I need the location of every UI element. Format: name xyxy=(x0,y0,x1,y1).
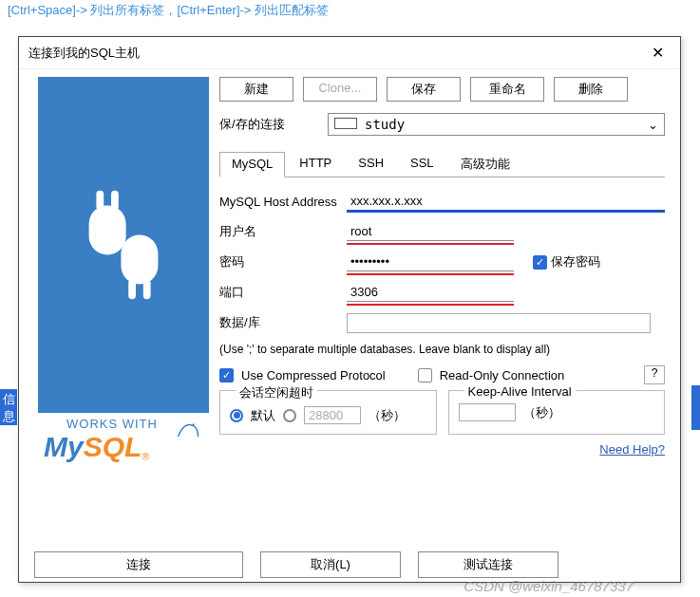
chevron-down-icon: ⌄ xyxy=(648,118,658,132)
keepalive-legend: Keep-Alive Interval xyxy=(464,384,576,399)
compressed-label: Use Compressed Protocol xyxy=(241,368,386,382)
test-connection-button[interactable]: 测试连接 xyxy=(418,551,558,578)
database-label: 数据/库 xyxy=(219,314,347,331)
idle-seconds-label: （秒） xyxy=(369,407,406,424)
need-help-link[interactable]: Need Help? xyxy=(219,442,665,457)
svg-rect-4 xyxy=(128,279,136,299)
save-password-checkbox[interactable]: ✓ xyxy=(533,255,547,270)
tab-ssh[interactable]: SSH xyxy=(346,151,396,177)
idle-timeout-legend: 会话空闲超时 xyxy=(236,384,317,401)
idle-default-radio[interactable] xyxy=(230,409,243,422)
help-button[interactable]: ? xyxy=(644,365,665,384)
clone-button: Clone... xyxy=(303,77,377,102)
info-panel-tab[interactable]: 信息 xyxy=(0,389,17,425)
tab-mysql[interactable]: MySQL xyxy=(219,152,285,177)
main-panel: 新建 Clone... 保存 重命名 删除 保/存的连接 study ⌄ MyS… xyxy=(208,69,680,542)
tab-ssl[interactable]: SSL xyxy=(398,151,446,177)
close-button[interactable]: ✕ xyxy=(644,40,671,66)
right-panel-edge xyxy=(691,385,700,430)
host-input[interactable] xyxy=(347,192,514,211)
tab-advanced[interactable]: 高级功能 xyxy=(448,151,522,177)
mysql-logo: WORKS WITH MySQL® xyxy=(38,413,209,494)
password-input[interactable] xyxy=(347,252,514,271)
database-input[interactable] xyxy=(347,313,651,333)
rename-button[interactable]: 重命名 xyxy=(470,77,544,102)
save-password-label: 保存密码 xyxy=(551,253,600,271)
tabs: MySQL HTTP SSH SSL 高级功能 xyxy=(219,151,665,177)
readonly-checkbox[interactable] xyxy=(418,368,432,382)
save-button[interactable]: 保存 xyxy=(387,77,461,102)
new-button[interactable]: 新建 xyxy=(219,77,293,102)
idle-custom-radio[interactable] xyxy=(283,409,296,422)
idle-timeout-fieldset: 会话空闲超时 默认 （秒） xyxy=(219,390,437,435)
readonly-label: Read-Only Connection xyxy=(440,368,565,382)
username-input[interactable] xyxy=(347,222,514,241)
port-label: 端口 xyxy=(219,284,347,301)
tab-http[interactable]: HTTP xyxy=(287,151,344,177)
sidebar: WORKS WITH MySQL® xyxy=(19,69,208,542)
keepalive-fieldset: Keep-Alive Interval （秒） xyxy=(448,390,666,435)
keepalive-seconds-label: （秒） xyxy=(523,404,560,421)
password-label: 密码 xyxy=(219,253,347,271)
database-hint: (Use ';' to separate multiple databases.… xyxy=(219,343,665,356)
saved-connections-label: 保/存的连接 xyxy=(219,116,318,133)
connection-dialog: 连接到我的SQL主机 ✕ WORKS WITH xyxy=(18,36,681,583)
watermark: CSDN @weixin_46787337 xyxy=(464,578,634,594)
saved-connections-select[interactable]: study ⌄ xyxy=(328,113,665,136)
connect-button[interactable]: 连接 xyxy=(34,551,243,578)
compressed-checkbox[interactable]: ✓ xyxy=(219,368,234,382)
plugin-icon xyxy=(38,77,209,413)
svg-rect-2 xyxy=(111,191,119,211)
titlebar: 连接到我的SQL主机 ✕ xyxy=(19,37,680,69)
username-label: 用户名 xyxy=(219,223,347,240)
port-input[interactable] xyxy=(347,283,514,302)
idle-default-label: 默认 xyxy=(251,407,275,424)
dialog-title: 连接到我的SQL主机 xyxy=(28,45,644,62)
idle-value-input[interactable] xyxy=(304,406,361,424)
svg-point-6 xyxy=(193,423,195,425)
delete-button[interactable]: 删除 xyxy=(554,77,628,102)
svg-rect-1 xyxy=(96,191,104,211)
host-label: MySQL Host Address xyxy=(219,195,347,209)
svg-rect-3 xyxy=(121,235,158,285)
cancel-button[interactable]: 取消(L) xyxy=(260,551,401,578)
shortcut-hint: [Ctrl+Space]-> 列出所有标签，[Ctrl+Enter]-> 列出匹… xyxy=(0,0,700,21)
keepalive-input[interactable] xyxy=(459,403,516,421)
svg-rect-5 xyxy=(143,279,151,299)
svg-rect-0 xyxy=(89,205,126,254)
